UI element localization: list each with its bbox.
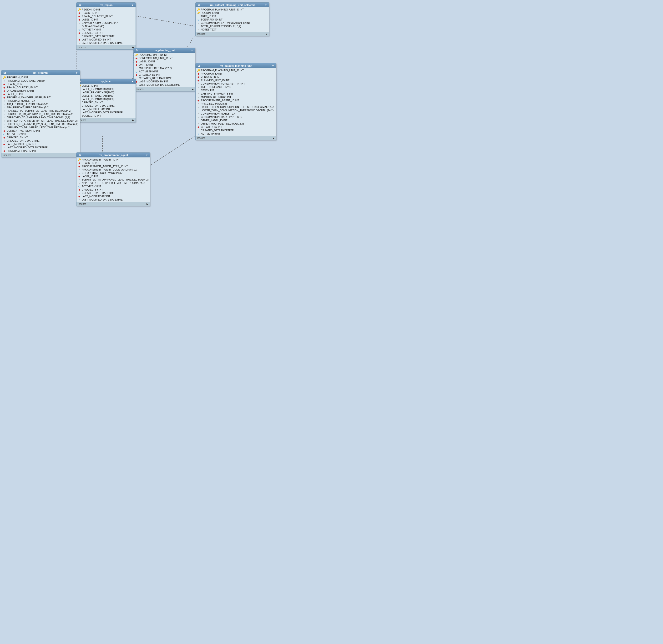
plain-icon: ○ xyxy=(78,192,81,194)
field-stock: ○STOCK INT xyxy=(196,89,276,92)
table-header-ap-label[interactable]: 🗂 ap_label ▼ xyxy=(76,79,136,84)
idx-icon: ◇ xyxy=(78,185,81,188)
table-footer-rm-region[interactable]: Indexes ▶ xyxy=(76,45,136,49)
field-price: ○PRICE DECIMAL(16,4) xyxy=(196,102,276,105)
field-created-by: ◆CREATED_BY INT xyxy=(76,101,136,104)
dropdown-arrow[interactable]: ▼ xyxy=(146,154,148,157)
table-icon-rm-region: 🗂 xyxy=(78,4,81,6)
dropdown-arrow[interactable]: ▼ xyxy=(131,80,134,83)
field-procurement-agent-code: ○PROCUREMENT_AGENT_CODE VARCHAR(10) xyxy=(76,168,150,171)
field-created-by: ◆CREATED_BY INT xyxy=(196,125,276,129)
plain-icon: ○ xyxy=(197,106,200,108)
diagram-canvas: 🗂 rm_region ▼ 🔑REGION_ID INT ◆REALM_ID I… xyxy=(0,0,286,262)
table-footer-rm-dpus[interactable]: Indexes ▶ xyxy=(196,32,269,36)
pk-icon: 🔑 xyxy=(197,69,200,72)
fk-icon: ◆ xyxy=(78,162,81,164)
table-rm-dataset-planning-unit-selected[interactable]: 🗂 rm_dataset_planning_unit_selected ▼ 🔑P… xyxy=(196,2,269,36)
field-approved-to-shipped: ○APPROVED_TO_SHIPPED_LEAD_TIME DECIMAL(4… xyxy=(1,116,80,119)
table-rm-region[interactable]: 🗂 rm_region ▼ 🔑REGION_ID INT ◆REALM_ID I… xyxy=(76,2,136,49)
table-body-rm-dpu: 🔑PROGRAM_PLANNING_UNIT_ID INT ◆PROGRAM_I… xyxy=(196,68,276,136)
table-rm-planning-unit[interactable]: 🗂 rm_planning_unit ▼ 🔑PLANNING_UNIT_ID I… xyxy=(133,48,196,91)
plain-icon: ○ xyxy=(78,35,81,38)
fk-icon: ◆ xyxy=(135,57,138,60)
dropdown-arrow[interactable]: ▼ xyxy=(191,49,193,52)
field-created-date: ○CREATED_DATE DATETIME xyxy=(134,76,195,80)
field-label-sp: ○LABEL_SP VARCHAR(1000) xyxy=(76,94,136,97)
plain-icon: ○ xyxy=(78,25,81,28)
pk-icon: 🔑 xyxy=(78,8,81,11)
field-label-id: ◆LABEL_ID INT xyxy=(76,175,150,178)
table-ap-label[interactable]: 🗂 ap_label ▼ 🔑LABEL_ID INT ○LABEL_EN VAR… xyxy=(76,78,136,122)
table-footer-rm-pu[interactable]: Indexes ▶ xyxy=(134,87,195,91)
table-header-rm-region[interactable]: 🗂 rm_region ▼ xyxy=(76,3,136,7)
field-created-date: ○CREATED_DATE DATETIME xyxy=(76,191,150,194)
field-arrived-to-delivered: ○ARRIVED_TO_DELIVERED_LEAD_TIME DECIMAL(… xyxy=(1,126,80,129)
table-body-rm-program: 🔑PROGRAM_ID INT ○PROGRAM_CODE VARCHAR(50… xyxy=(1,75,80,153)
table-rm-procurement-agent[interactable]: 🗂 rm_procurement_agent ▼ 🔑PROCUREMENT_AG… xyxy=(76,153,150,206)
table-header-rm-program[interactable]: 🗂 rm_program ▼ xyxy=(1,70,80,75)
field-last-modified-date: ○LAST_MODIFIED_DATE DATETIME xyxy=(76,111,136,114)
plain-icon: ○ xyxy=(3,123,6,125)
dropdown-arrow[interactable]: ▼ xyxy=(265,4,267,6)
table-name-ap-label: ap_label xyxy=(101,80,112,83)
table-rm-program[interactable]: 🗂 rm_program ▼ 🔑PROGRAM_ID INT ○PROGRAM_… xyxy=(1,70,80,157)
field-submitted-to-approved: ○SUBMITTED_TO_APPROVED_LEAD_TIME DECIMAL… xyxy=(76,178,150,181)
fk-icon: ◆ xyxy=(197,79,200,82)
fk-icon: ◆ xyxy=(78,188,81,191)
field-organisation-id: ◆ORGANISATION_ID INT xyxy=(1,89,80,92)
table-footer-rm-program[interactable]: Indexes ▶ xyxy=(1,153,80,157)
svg-line-0 xyxy=(133,16,196,26)
field-active: ◇ACTIVE TINYINT xyxy=(1,133,80,136)
fk-icon: ◆ xyxy=(197,76,200,78)
plain-icon: ○ xyxy=(78,42,81,44)
fk-icon: ◆ xyxy=(135,60,138,63)
plain-icon: ○ xyxy=(3,103,6,106)
field-realm-id: ◆REALM_ID INT xyxy=(1,83,80,86)
field-current-version-id: ◆CURRENT_VERSION_ID INT xyxy=(1,129,80,133)
table-name-rm-dpu: rm_dataset_planning_unit xyxy=(220,64,252,67)
plain-icon: ○ xyxy=(197,102,200,105)
dropdown-arrow[interactable]: ▼ xyxy=(272,65,274,67)
plain-icon: ○ xyxy=(3,146,6,149)
table-icon-rm-program: 🗂 xyxy=(3,71,6,74)
dropdown-arrow[interactable]: ▼ xyxy=(75,72,78,74)
field-shipped-to-arrived-sea: ○SHIPPED_TO_ARRIVED_BY_SEA_LEAD_TIME DEC… xyxy=(1,122,80,126)
field-procurement-agent-type-id: ◆PROCUREMENT_AGENT_TYPE_ID INT xyxy=(76,165,150,168)
field-created-date: ○CREATED_DATE DATETIME xyxy=(1,139,80,142)
field-program-planning-unit-id: 🔑PROGRAM_PLANNING_UNIT_ID INT xyxy=(196,69,276,72)
plain-icon: ○ xyxy=(197,109,200,112)
table-body-rm-region: 🔑REGION_ID INT ◆REALM_ID INT ◆REALM_COUN… xyxy=(76,7,136,45)
field-label-id: ◆LABEL_ID INT xyxy=(134,60,195,63)
table-header-rm-dpus[interactable]: 🗂 rm_dataset_planning_unit_selected ▼ xyxy=(196,3,269,7)
field-last-modified-date: ○LAST_MODIFIED_DATE DATETIME xyxy=(134,83,195,87)
table-name-rm-program: rm_program xyxy=(33,71,49,74)
table-header-rm-pa[interactable]: 🗂 rm_procurement_agent ▼ xyxy=(76,153,150,157)
plain-icon: ○ xyxy=(3,99,6,102)
field-planning-unit-id: 🔑PLANNING_UNIT_ID INT xyxy=(134,53,195,56)
plain-icon: ○ xyxy=(78,22,81,24)
field-version-id: ◆VERSION_ID INT xyxy=(196,75,276,78)
table-name-rm-region: rm_region xyxy=(100,4,113,6)
plain-icon: ○ xyxy=(3,110,6,112)
dropdown-arrow[interactable]: ▼ xyxy=(131,4,134,6)
table-icon-rm-dpu: 🗂 xyxy=(198,64,200,67)
table-icon-rm-pu: 🗂 xyxy=(136,49,138,52)
table-footer-rm-dpu[interactable]: Indexes ▶ xyxy=(196,136,276,140)
fk-icon: ◆ xyxy=(197,99,200,102)
plain-icon: ○ xyxy=(78,178,81,181)
table-rm-dataset-planning-unit[interactable]: 🗂 rm_dataset_planning_unit ▼ 🔑PROGRAM_PL… xyxy=(196,63,276,140)
table-footer-ap-label[interactable]: Indexes ▶ xyxy=(76,118,136,122)
table-body-rm-pu: 🔑PLANNING_UNIT_ID INT ◆FORECASTING_UNIT_… xyxy=(134,53,195,87)
table-footer-rm-pa[interactable]: Indexes ▶ xyxy=(76,202,150,206)
plain-icon: ○ xyxy=(197,119,200,122)
plain-icon: ○ xyxy=(3,126,6,129)
table-header-rm-dpu[interactable]: 🗂 rm_dataset_planning_unit ▼ xyxy=(196,63,276,68)
idx-icon: ◇ xyxy=(135,70,138,73)
field-program-id: 🔑PROGRAM_ID INT xyxy=(1,76,80,79)
field-created-date: ○CREATED_DATE DATETIME xyxy=(76,104,136,108)
field-air-freight-perc: ○AIR_FREIGHT_PERC DECIMAL(5,2) xyxy=(1,102,80,106)
table-header-rm-pu[interactable]: 🗂 rm_planning_unit ▼ xyxy=(134,48,195,53)
field-program-type-id: ◆PROGRAM_TYPE_ID INT xyxy=(1,149,80,153)
field-last-modified-by: ◆LAST_MODIFIED_BY INT xyxy=(134,80,195,83)
fk-icon: ◆ xyxy=(3,143,6,145)
